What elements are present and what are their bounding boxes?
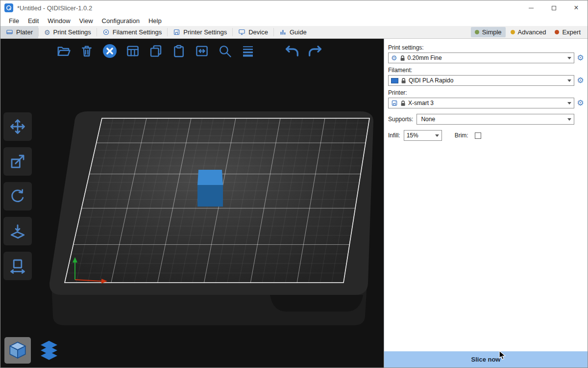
- scale-to-fit-button[interactable]: [3, 252, 32, 280]
- 3d-editor-view-button[interactable]: [4, 337, 31, 364]
- variable-layer-height-button[interactable]: [240, 43, 256, 59]
- delete-all-icon: [102, 43, 118, 59]
- mode-advanced[interactable]: Advanced: [507, 27, 550, 37]
- expert-mode-dot-icon: [555, 30, 559, 34]
- tab-label: Filament Settings: [113, 28, 162, 36]
- arrange-button[interactable]: [124, 43, 141, 59]
- settings-panel: Print settings: ⚙ 0.20mm Fine ⚙ Filament…: [384, 39, 588, 368]
- chevron-down-icon: [567, 79, 571, 84]
- printer-value: X-smart 3: [408, 100, 434, 106]
- print-settings-value: 0.20mm Fine: [408, 54, 442, 61]
- close-button[interactable]: ×: [565, 0, 588, 15]
- infill-label: Infill:: [388, 132, 400, 139]
- guide-bars-icon: [279, 28, 287, 36]
- arrange-grid-icon: [125, 44, 140, 58]
- window-controls: ×: [520, 0, 588, 15]
- viewport-left-toolbar: [3, 112, 32, 280]
- undo-icon: [284, 43, 300, 59]
- move-button[interactable]: [3, 112, 32, 141]
- title-bar: *Untitled - QIDISlicer-1.0.2 ×: [0, 0, 588, 15]
- printer-combo[interactable]: X-smart 3: [388, 98, 574, 108]
- brim-checkbox[interactable]: [475, 132, 481, 139]
- search-button[interactable]: [217, 43, 233, 59]
- menu-view[interactable]: View: [75, 15, 98, 26]
- redo-button[interactable]: [307, 43, 323, 59]
- lock-icon: [400, 55, 405, 61]
- slice-now-button[interactable]: Slice now: [384, 351, 588, 368]
- view-switcher: [4, 337, 62, 364]
- menu-file[interactable]: File: [4, 15, 24, 26]
- viewport-canvas[interactable]: [0, 39, 384, 368]
- viewport-top-toolbar: [55, 43, 323, 59]
- printer-label: Printer:: [388, 89, 585, 96]
- copy-button[interactable]: [147, 43, 164, 59]
- rotate-button[interactable]: [3, 182, 32, 210]
- tab-print-settings[interactable]: ⚙ Print Settings: [39, 26, 97, 38]
- scale-button[interactable]: [3, 147, 32, 176]
- mode-switcher: Simple Advanced Expert: [471, 26, 588, 38]
- place-on-face-button[interactable]: [3, 217, 32, 245]
- open-folder-button[interactable]: [55, 43, 72, 59]
- minimize-icon: [529, 8, 534, 8]
- gear-icon: ⚙: [44, 29, 50, 36]
- simple-mode-dot-icon: [475, 30, 479, 34]
- printer-icon: [391, 100, 398, 106]
- filament-spool-icon: [102, 28, 110, 36]
- menu-window[interactable]: Window: [43, 15, 74, 26]
- minimize-button[interactable]: [520, 0, 542, 15]
- filament-label: Filament:: [388, 67, 585, 74]
- tab-plater[interactable]: Plater: [0, 26, 38, 38]
- undo-button[interactable]: [284, 43, 300, 59]
- scale-to-fit-icon: [9, 258, 26, 274]
- split-arrows-icon: [195, 44, 209, 58]
- open-folder-icon: [56, 44, 71, 58]
- preview-layers-icon: [38, 340, 60, 361]
- print-settings-gear-button[interactable]: ⚙: [576, 54, 585, 62]
- tab-device[interactable]: Device: [233, 26, 273, 38]
- filament-color-swatch: [391, 78, 398, 83]
- paste-button[interactable]: [171, 43, 187, 59]
- printer-gear-button[interactable]: ⚙: [576, 99, 585, 107]
- place-on-face-icon: [9, 223, 26, 239]
- menu-configuration[interactable]: Configuration: [98, 15, 144, 26]
- menu-bar: File Edit Window View Configuration Help: [0, 15, 588, 26]
- mode-simple[interactable]: Simple: [471, 27, 506, 37]
- infill-value: 15%: [407, 132, 418, 139]
- trash-icon: [79, 44, 94, 58]
- menu-help[interactable]: Help: [144, 15, 166, 26]
- printer-icon: [173, 28, 180, 36]
- tab-filament-settings[interactable]: Filament Settings: [97, 26, 167, 38]
- menu-edit[interactable]: Edit: [24, 15, 43, 26]
- print-settings-combo[interactable]: ⚙ 0.20mm Fine: [388, 53, 574, 63]
- mode-expert[interactable]: Expert: [551, 27, 585, 37]
- mode-label: Simple: [482, 28, 502, 36]
- preview-view-button[interactable]: [36, 337, 62, 364]
- tab-label: Printer Settings: [183, 28, 227, 36]
- search-icon: [218, 44, 232, 58]
- filament-combo[interactable]: QIDI PLA Rapido: [388, 75, 574, 86]
- tab-printer-settings[interactable]: Printer Settings: [168, 26, 232, 38]
- 3d-editor-cube-icon: [7, 340, 28, 361]
- split-button[interactable]: [194, 43, 210, 59]
- move-icon: [9, 118, 26, 135]
- window-title: *Untitled - QIDISlicer-1.0.2: [17, 4, 92, 12]
- device-monitor-icon: [238, 28, 245, 36]
- filament-value: QIDI PLA Rapido: [409, 77, 453, 84]
- 3d-scene: [0, 39, 384, 368]
- infill-combo[interactable]: 15%: [404, 130, 442, 141]
- brim-label: Brim:: [455, 132, 468, 139]
- delete-all-button[interactable]: [101, 43, 118, 59]
- tab-guide[interactable]: Guide: [274, 26, 312, 38]
- chevron-down-icon: [567, 57, 571, 61]
- supports-value: None: [421, 116, 435, 123]
- supports-combo[interactable]: None: [416, 114, 574, 125]
- model-cube[interactable]: [197, 170, 223, 207]
- maximize-button[interactable]: [542, 0, 565, 15]
- variable-layers-icon: [241, 44, 255, 58]
- chevron-down-icon: [567, 118, 571, 123]
- delete-button[interactable]: [78, 43, 95, 59]
- filament-gear-button[interactable]: ⚙: [576, 77, 585, 84]
- redo-icon: [307, 43, 323, 59]
- close-icon: ×: [574, 4, 578, 12]
- copy-icon: [148, 44, 163, 58]
